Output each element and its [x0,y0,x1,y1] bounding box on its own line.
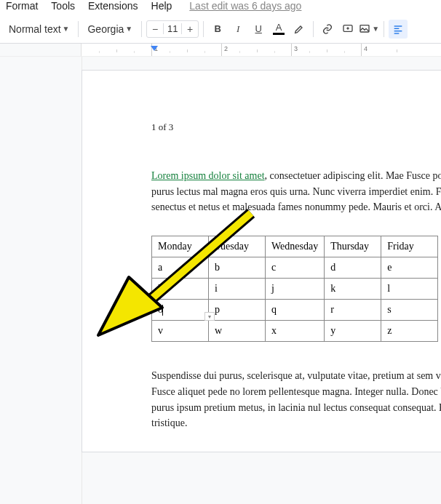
table-cell[interactable]: e [381,257,438,279]
table-cell-active[interactable]: o [152,300,209,321]
insert-link-button[interactable] [318,20,337,39]
menu-tools[interactable]: Tools [51,0,75,12]
table-cell[interactable]: x [266,321,325,342]
row-handle[interactable]: ▾ [204,312,215,321]
table-cell[interactable]: v [152,321,209,342]
comment-icon [342,23,354,35]
increase-size-button[interactable]: + [182,21,198,37]
paragraph-style-dropdown[interactable]: Normal text ▼ [4,20,74,39]
table-row[interactable]: a b c d e [152,257,438,279]
indent-marker[interactable] [151,46,158,51]
chevron-down-icon: ▼ [372,25,379,33]
table-row[interactable]: Monday Tuesday Wednesday Thursday Friday [152,236,438,257]
table-cell[interactable]: z [381,321,438,342]
table-cell[interactable]: b [209,257,266,279]
table-cell[interactable]: p [209,300,266,321]
table-cell[interactable]: s [381,300,438,321]
font-size-value[interactable]: 11 [163,23,182,34]
add-comment-button[interactable] [338,20,357,39]
text-color-button[interactable]: A [269,20,288,39]
font-family-dropdown[interactable]: Georgia ▼ [83,20,137,39]
hyperlink[interactable]: Lorem ipsum dolor sit amet [151,170,265,181]
paragraph[interactable]: Lorem ipsum dolor sit amet, consectetuer… [151,168,441,215]
align-left-button[interactable] [389,20,408,39]
toolbar: Normal text ▼ Georgia ▼ − 11 + B I U A [0,16,441,44]
table-header-cell[interactable]: Monday [152,236,209,257]
table-cell[interactable]: y [325,321,381,342]
text-cursor [162,305,163,316]
table-cell[interactable]: h [152,279,209,300]
table-cell[interactable]: l [381,279,438,300]
insert-image-button[interactable]: ▼ [359,20,379,39]
paragraph[interactable]: Suspendisse dui purus, scelerisque at, v… [151,368,441,431]
menu-help[interactable]: Help [151,0,172,12]
table-header-cell[interactable]: Tuesday [209,236,266,257]
table-row[interactable]: v w x y z [152,321,438,342]
chevron-down-icon: ▼ [63,25,70,33]
document-table[interactable]: Monday Tuesday Wednesday Thursday Friday… [151,236,438,342]
table-header-cell[interactable]: Friday [381,236,438,257]
table-header-cell[interactable]: Wednesday [266,236,325,257]
page-indicator: 1 of 3 [151,121,441,133]
align-left-icon [392,23,404,35]
document-page[interactable]: 1 of 3 Lorem ipsum dolor sit amet, conse… [82,70,441,452]
highlight-color-button[interactable] [290,20,309,39]
last-edit-info[interactable]: Last edit was 6 days ago [189,0,301,12]
table-cell[interactable]: k [325,279,381,300]
table-cell[interactable]: r [325,300,381,321]
font-size-stepper[interactable]: − 11 + [146,20,199,38]
italic-button[interactable]: I [229,20,247,39]
table-cell[interactable]: j [266,279,325,300]
menu-extensions[interactable]: Extensions [88,0,138,12]
menu-format[interactable]: Format [6,0,38,12]
bold-button[interactable]: B [208,20,227,39]
menu-bar: Format Tools Extensions Help Last edit w… [0,0,441,16]
chevron-down-icon: ▼ [125,25,132,33]
table-header-cell[interactable]: Thursday [325,236,381,257]
table-row[interactable]: o p q r s [152,300,438,321]
horizontal-ruler[interactable]: 1 2 3 4 [0,44,441,57]
link-icon [322,23,333,35]
highlighter-icon [293,23,305,35]
document-canvas[interactable]: 1 of 3 Lorem ipsum dolor sit amet, conse… [0,57,441,504]
underline-button[interactable]: U [249,20,268,39]
table-cell[interactable]: a [152,257,209,279]
table-cell[interactable]: q [266,300,325,321]
decrease-size-button[interactable]: − [147,21,163,37]
image-icon [359,23,370,35]
table-cell[interactable]: d [325,257,381,279]
table-cell[interactable]: w [209,321,266,342]
table-row[interactable]: h i j k l [152,279,438,300]
table-cell[interactable]: c [266,257,325,279]
table-cell[interactable]: i [209,279,266,300]
